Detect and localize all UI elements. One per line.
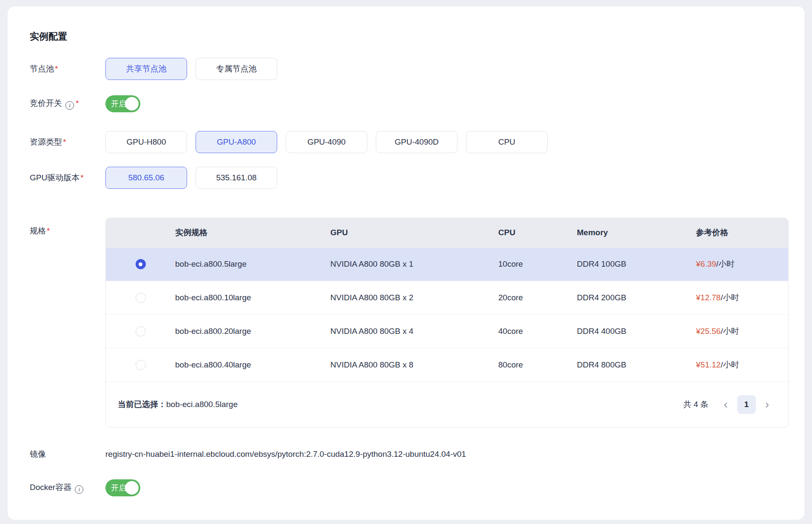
node-pool-label: 节点池* xyxy=(30,63,105,74)
resource-option-gpu-4090[interactable]: GPU-4090 xyxy=(286,131,367,153)
resource-option-gpu-a800[interactable]: GPU-A800 xyxy=(196,131,277,153)
image-label: 镜像 xyxy=(30,449,105,460)
info-icon[interactable]: i xyxy=(75,485,83,494)
cell-cpu: 20core xyxy=(498,293,577,302)
header-price: 参考价格 xyxy=(696,227,788,238)
spot-switch-label: 竞价开关i* xyxy=(30,98,105,110)
radio-icon[interactable] xyxy=(136,293,146,303)
driver-option-580[interactable]: 580.65.06 xyxy=(105,167,187,189)
table-row[interactable]: bob-eci.a800.5large NVIDIA A800 80GB x 1… xyxy=(106,247,788,281)
spec-table: 实例规格 GPU CPU Memory 参考价格 bob-eci.a800.5l… xyxy=(105,218,789,427)
gpu-driver-options: 580.65.06 535.161.08 xyxy=(105,167,277,189)
table-row[interactable]: bob-eci.a800.20large NVIDIA A800 80GB x … xyxy=(106,314,788,348)
toggle-on-label: 开启 xyxy=(111,483,126,493)
resource-option-gpu-4090d[interactable]: GPU-4090D xyxy=(376,131,457,153)
required-asterisk: * xyxy=(63,137,66,146)
cell-instance-spec: bob-eci.a800.20large xyxy=(175,327,330,336)
resource-type-label: 资源类型* xyxy=(30,137,105,148)
spec-table-footer: 当前已选择：bob-eci.a800.5large 共 4 条 ‹ 1 › xyxy=(106,382,788,427)
cell-memory: DDR4 400GB xyxy=(577,327,696,336)
radio-cell xyxy=(106,259,175,269)
cell-gpu: NVIDIA A800 80GB x 8 xyxy=(330,360,498,370)
cell-instance-spec: bob-eci.a800.10large xyxy=(175,293,330,302)
docker-row: Docker容器i 开启 xyxy=(30,479,804,496)
node-pool-option-shared[interactable]: 共享节点池 xyxy=(105,58,187,80)
price-value: ¥25.56 xyxy=(696,327,721,336)
required-asterisk: * xyxy=(76,99,79,108)
spec-table-header: 实例规格 GPU CPU Memory 参考价格 xyxy=(106,218,788,247)
resource-option-gpu-h800[interactable]: GPU-H800 xyxy=(105,131,187,153)
chevron-right-icon[interactable]: › xyxy=(765,399,769,410)
cell-instance-spec: bob-eci.a800.40large xyxy=(175,360,330,370)
cell-gpu: NVIDIA A800 80GB x 2 xyxy=(330,293,498,302)
driver-option-535[interactable]: 535.161.08 xyxy=(196,167,277,189)
toggle-on-label: 开启 xyxy=(111,99,126,109)
price-value: ¥51.12 xyxy=(696,360,721,369)
resource-type-options: GPU-H800 GPU-A800 GPU-4090 GPU-4090D CPU xyxy=(105,131,548,153)
header-instance-spec: 实例规格 xyxy=(175,227,330,238)
node-pool-option-dedicated[interactable]: 专属节点池 xyxy=(196,58,277,80)
radio-icon[interactable] xyxy=(136,326,146,336)
spec-row: 规格* 实例规格 GPU CPU Memory 参考价格 bob-eci.a80… xyxy=(30,218,804,427)
price-unit: /小时 xyxy=(721,293,739,302)
price-value: ¥6.39 xyxy=(696,259,716,268)
cell-price: ¥12.78/小时 xyxy=(696,292,788,303)
radio-icon[interactable] xyxy=(136,360,146,370)
radio-cell xyxy=(106,293,175,303)
toggle-knob-icon xyxy=(125,481,139,495)
cell-gpu: NVIDIA A800 80GB x 1 xyxy=(330,259,498,269)
cell-cpu: 80core xyxy=(498,360,577,370)
header-memory: Memory xyxy=(577,228,696,237)
required-asterisk: * xyxy=(80,173,83,182)
chevron-left-icon[interactable]: ‹ xyxy=(724,399,727,410)
header-cpu: CPU xyxy=(498,228,577,237)
price-unit: /小时 xyxy=(721,360,739,369)
gpu-driver-label: GPU驱动版本* xyxy=(30,172,105,183)
cell-memory: DDR4 100GB xyxy=(577,259,696,269)
pagination: 共 4 条 ‹ 1 › xyxy=(683,395,769,414)
resource-type-row: 资源类型* GPU-H800 GPU-A800 GPU-4090 GPU-409… xyxy=(30,131,804,153)
cell-price: ¥6.39/小时 xyxy=(696,259,788,270)
gpu-driver-row: GPU驱动版本* 580.65.06 535.161.08 xyxy=(30,167,804,189)
image-value: registry-cn-huabei1-internal.ebcloud.com… xyxy=(105,450,466,459)
cell-cpu: 10core xyxy=(498,259,577,269)
spec-label: 规格* xyxy=(30,218,105,236)
node-pool-row: 节点池* 共享节点池 专属节点池 xyxy=(30,58,804,80)
price-unit: /小时 xyxy=(721,327,739,336)
radio-cell xyxy=(106,326,175,336)
docker-label: Docker容器i xyxy=(30,482,105,494)
docker-toggle[interactable]: 开启 xyxy=(105,479,140,496)
toggle-knob-icon xyxy=(125,97,139,111)
image-row: 镜像 registry-cn-huabei1-internal.ebcloud.… xyxy=(30,449,804,460)
radio-selected-icon[interactable] xyxy=(136,259,146,269)
page-number-button[interactable]: 1 xyxy=(737,395,756,414)
resource-option-cpu[interactable]: CPU xyxy=(466,131,548,153)
header-gpu: GPU xyxy=(330,228,498,237)
cell-price: ¥25.56/小时 xyxy=(696,326,788,337)
cell-gpu: NVIDIA A800 80GB x 4 xyxy=(330,327,498,336)
price-value: ¥12.78 xyxy=(696,293,721,302)
required-asterisk: * xyxy=(55,64,58,73)
info-icon[interactable]: i xyxy=(65,101,74,110)
current-selection-label: 当前已选择： xyxy=(118,400,166,409)
total-count: 共 4 条 xyxy=(683,399,708,410)
required-asterisk: * xyxy=(47,226,50,235)
cell-memory: DDR4 800GB xyxy=(577,360,696,370)
spot-switch-row: 竞价开关i* 开启 xyxy=(30,95,804,112)
page-title: 实例配置 xyxy=(30,31,804,43)
spot-switch-toggle[interactable]: 开启 xyxy=(105,95,140,112)
price-unit: /小时 xyxy=(716,259,735,268)
table-row[interactable]: bob-eci.a800.40large NVIDIA A800 80GB x … xyxy=(106,348,788,382)
current-selection: 当前已选择：bob-eci.a800.5large xyxy=(118,399,238,410)
cell-instance-spec: bob-eci.a800.5large xyxy=(175,259,330,269)
instance-config-card: 实例配置 节点池* 共享节点池 专属节点池 竞价开关i* 开启 资源类型* GP… xyxy=(8,6,804,520)
cell-price: ¥51.12/小时 xyxy=(696,359,788,370)
radio-cell xyxy=(106,360,175,370)
cell-cpu: 40core xyxy=(498,327,577,336)
cell-memory: DDR4 200GB xyxy=(577,293,696,302)
table-row[interactable]: bob-eci.a800.10large NVIDIA A800 80GB x … xyxy=(106,281,788,314)
node-pool-options: 共享节点池 专属节点池 xyxy=(105,58,277,80)
current-selection-value: bob-eci.a800.5large xyxy=(166,400,238,409)
